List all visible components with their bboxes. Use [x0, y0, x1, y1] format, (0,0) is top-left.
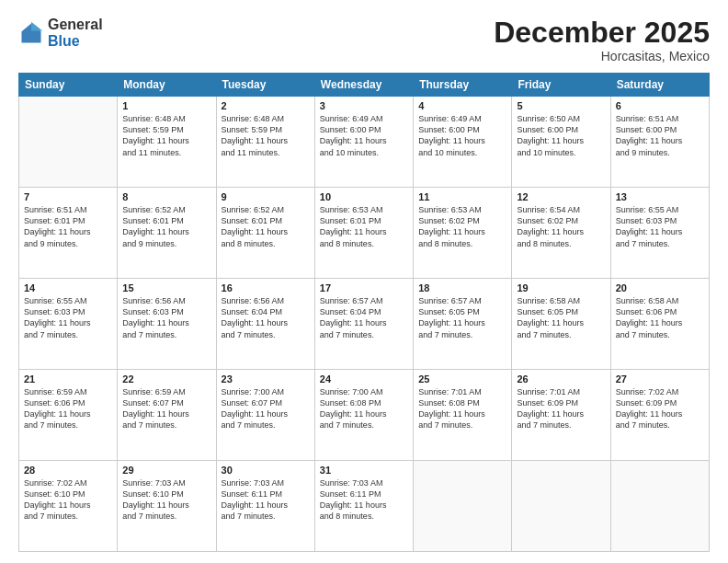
info-line: Daylight: 11 hours: [122, 136, 189, 145]
info-line: and 8 minutes.: [320, 239, 374, 248]
info-line: Daylight: 11 hours: [517, 318, 584, 327]
info-line: Sunset: 6:02 PM: [418, 216, 480, 225]
cell-info: Sunrise: 6:55 AMSunset: 6:03 PMDaylight:…: [616, 204, 704, 249]
info-line: Daylight: 11 hours: [122, 318, 189, 327]
info-line: Daylight: 11 hours: [517, 136, 584, 145]
info-line: Sunset: 6:09 PM: [517, 398, 578, 408]
info-line: Sunset: 5:59 PM: [122, 125, 184, 134]
day-number: 4: [418, 100, 506, 111]
info-line: Daylight: 11 hours: [616, 409, 683, 419]
info-line: Sunrise: 6:48 AM: [222, 114, 285, 123]
info-line: Daylight: 11 hours: [418, 136, 485, 145]
info-line: and 10 minutes.: [517, 148, 575, 157]
table-row: [414, 461, 512, 552]
day-number: 19: [517, 282, 605, 293]
table-row: 14Sunrise: 6:55 AMSunset: 6:03 PMDayligh…: [19, 279, 118, 370]
info-line: Sunset: 5:59 PM: [222, 125, 283, 134]
info-line: and 9 minutes.: [616, 148, 670, 157]
info-line: Sunset: 6:06 PM: [616, 307, 677, 316]
info-line: Daylight: 11 hours: [24, 500, 91, 510]
title-block: December 2025 Horcasitas, Mexico: [494, 17, 710, 63]
info-line: Daylight: 11 hours: [122, 409, 189, 419]
info-line: and 7 minutes.: [222, 330, 276, 339]
info-line: Daylight: 11 hours: [616, 136, 683, 145]
cell-info: Sunrise: 6:52 AMSunset: 6:01 PMDaylight:…: [222, 204, 310, 249]
day-number: 27: [616, 373, 704, 385]
day-number: 12: [517, 191, 605, 202]
info-line: Sunrise: 7:02 AM: [24, 478, 87, 488]
cell-info: Sunrise: 6:54 AMSunset: 6:02 PMDaylight:…: [517, 204, 605, 249]
table-row: 28Sunrise: 7:02 AMSunset: 6:10 PMDayligh…: [19, 461, 118, 552]
table-row: 5Sunrise: 6:50 AMSunset: 6:00 PMDaylight…: [512, 97, 610, 188]
info-line: Sunset: 6:00 PM: [616, 125, 677, 134]
info-line: Sunset: 6:01 PM: [24, 216, 85, 225]
info-line: Sunset: 6:06 PM: [24, 398, 85, 408]
cell-info: Sunrise: 6:48 AMSunset: 5:59 PMDaylight:…: [122, 113, 210, 158]
day-number: 20: [616, 282, 704, 293]
info-line: and 7 minutes.: [122, 511, 176, 521]
day-number: 6: [616, 100, 704, 111]
info-line: and 8 minutes.: [222, 239, 276, 248]
table-row: [610, 461, 709, 552]
day-number: 24: [320, 373, 408, 385]
cell-info: Sunrise: 6:49 AMSunset: 6:00 PMDaylight:…: [320, 113, 408, 158]
info-line: and 7 minutes.: [418, 420, 472, 430]
info-line: Sunset: 6:08 PM: [418, 398, 480, 408]
info-line: and 8 minutes.: [517, 239, 571, 248]
info-line: and 7 minutes.: [616, 420, 670, 430]
calendar-week-row: 1Sunrise: 6:48 AMSunset: 5:59 PMDaylight…: [19, 97, 710, 188]
info-line: Daylight: 11 hours: [517, 409, 584, 419]
cell-info: Sunrise: 6:55 AMSunset: 6:03 PMDaylight:…: [24, 295, 112, 340]
day-number: 30: [222, 465, 310, 476]
info-line: Sunset: 6:09 PM: [616, 398, 677, 408]
info-line: Daylight: 11 hours: [222, 318, 289, 327]
month-title: December 2025: [494, 17, 710, 49]
info-line: Daylight: 11 hours: [222, 227, 289, 236]
table-row: 12Sunrise: 6:54 AMSunset: 6:02 PMDayligh…: [512, 188, 610, 279]
info-line: Daylight: 11 hours: [517, 227, 584, 236]
logo-text: General Blue: [48, 17, 103, 49]
info-line: and 7 minutes.: [517, 420, 571, 430]
table-row: 24Sunrise: 7:00 AMSunset: 6:08 PMDayligh…: [314, 370, 413, 461]
table-row: 15Sunrise: 6:56 AMSunset: 6:03 PMDayligh…: [118, 279, 216, 370]
day-number: 23: [222, 373, 310, 385]
cell-info: Sunrise: 6:48 AMSunset: 5:59 PMDaylight:…: [222, 113, 310, 158]
info-line: and 7 minutes.: [517, 330, 571, 339]
table-row: 26Sunrise: 7:01 AMSunset: 6:09 PMDayligh…: [512, 370, 610, 461]
day-number: 5: [517, 100, 605, 111]
info-line: Sunset: 6:08 PM: [320, 398, 381, 408]
svg-marker-1: [31, 21, 42, 30]
table-row: 22Sunrise: 6:59 AMSunset: 6:07 PMDayligh…: [118, 370, 216, 461]
col-saturday: Saturday: [610, 74, 709, 97]
info-line: and 7 minutes.: [24, 420, 78, 430]
info-line: Sunrise: 6:51 AM: [616, 114, 679, 123]
table-row: 11Sunrise: 6:53 AMSunset: 6:02 PMDayligh…: [414, 188, 512, 279]
info-line: Sunset: 6:00 PM: [320, 125, 381, 134]
table-row: 18Sunrise: 6:57 AMSunset: 6:05 PMDayligh…: [414, 279, 512, 370]
info-line: Daylight: 11 hours: [320, 227, 387, 236]
info-line: and 8 minutes.: [418, 239, 472, 248]
cell-info: Sunrise: 7:01 AMSunset: 6:08 PMDaylight:…: [418, 386, 506, 431]
day-number: 21: [24, 373, 112, 385]
info-line: Sunrise: 6:57 AM: [418, 296, 482, 305]
info-line: and 11 minutes.: [222, 148, 280, 157]
table-row: 30Sunrise: 7:03 AMSunset: 6:11 PMDayligh…: [216, 461, 314, 552]
table-row: 23Sunrise: 7:00 AMSunset: 6:07 PMDayligh…: [216, 370, 314, 461]
day-number: 11: [418, 191, 506, 202]
calendar-header-row: Sunday Monday Tuesday Wednesday Thursday…: [19, 74, 710, 97]
info-line: Sunset: 6:01 PM: [222, 216, 283, 225]
day-number: 13: [616, 191, 704, 202]
day-number: 3: [320, 100, 408, 111]
info-line: Sunrise: 6:51 AM: [24, 205, 87, 214]
cell-info: Sunrise: 6:59 AMSunset: 6:06 PMDaylight:…: [24, 386, 112, 431]
col-wednesday: Wednesday: [314, 74, 413, 97]
info-line: Sunrise: 6:59 AM: [24, 387, 87, 396]
calendar-table: Sunday Monday Tuesday Wednesday Thursday…: [18, 73, 710, 552]
day-number: 9: [222, 191, 310, 202]
info-line: Sunrise: 6:52 AM: [122, 205, 186, 214]
info-line: and 10 minutes.: [418, 148, 477, 157]
day-number: 22: [122, 373, 210, 385]
table-row: [512, 461, 610, 552]
info-line: Sunset: 6:03 PM: [24, 307, 85, 316]
info-line: and 9 minutes.: [122, 239, 176, 248]
